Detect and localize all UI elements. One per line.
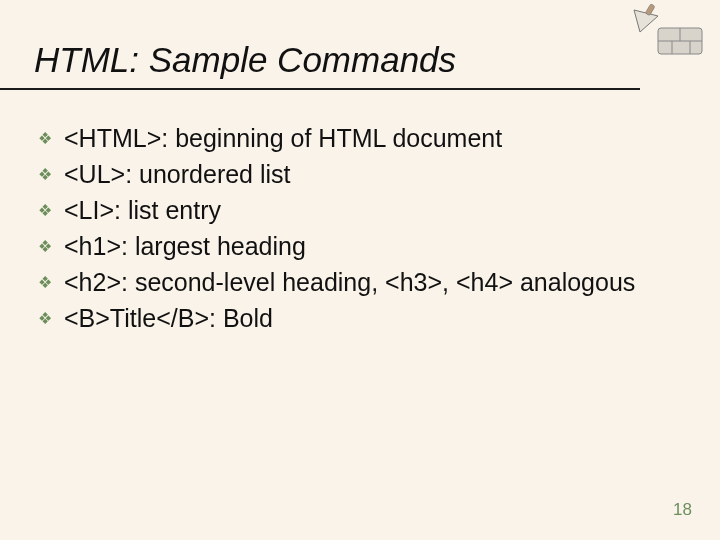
- list-item-text: <LI>: list entry: [64, 194, 221, 227]
- diamond-bullet-icon: ❖: [38, 266, 52, 299]
- list-item: ❖ <UL>: unordered list: [38, 158, 690, 191]
- list-item: ❖ <B>Title</B>: Bold: [38, 302, 690, 335]
- list-item: ❖ <LI>: list entry: [38, 194, 690, 227]
- trowel-brick-icon: [628, 0, 706, 60]
- page-number: 18: [673, 500, 692, 520]
- list-item: ❖ <h2>: second-level heading, <h3>, <h4>…: [38, 266, 690, 299]
- list-item: ❖ <h1>: largest heading: [38, 230, 690, 263]
- svg-rect-6: [645, 4, 655, 16]
- diamond-bullet-icon: ❖: [38, 122, 52, 155]
- slide-title: HTML: Sample Commands: [34, 40, 640, 80]
- list-item-text: <UL>: unordered list: [64, 158, 291, 191]
- title-container: HTML: Sample Commands: [0, 0, 640, 90]
- list-item: ❖ <HTML>: beginning of HTML document: [38, 122, 690, 155]
- diamond-bullet-icon: ❖: [38, 158, 52, 191]
- list-item-text: <HTML>: beginning of HTML document: [64, 122, 502, 155]
- list-item-text: <B>Title</B>: Bold: [64, 302, 273, 335]
- list-item-text: <h2>: second-level heading, <h3>, <h4> a…: [64, 266, 635, 299]
- diamond-bullet-icon: ❖: [38, 230, 52, 263]
- diamond-bullet-icon: ❖: [38, 194, 52, 227]
- bullet-list: ❖ <HTML>: beginning of HTML document ❖ <…: [0, 90, 720, 335]
- list-item-text: <h1>: largest heading: [64, 230, 306, 263]
- diamond-bullet-icon: ❖: [38, 302, 52, 335]
